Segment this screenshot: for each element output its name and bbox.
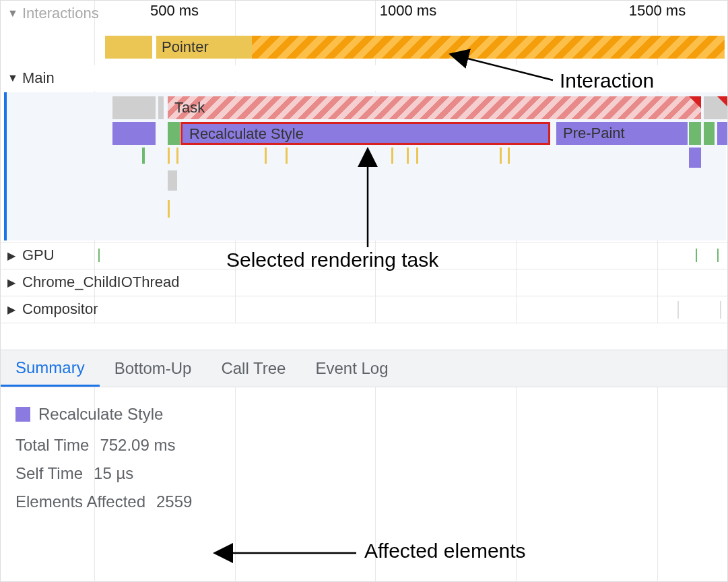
annotation-interaction: Interaction <box>560 69 654 92</box>
svg-line-0 <box>452 55 553 80</box>
devtools-performance-panel: 500 ms 1000 ms 1500 ms ▼ Interactions Po… <box>0 0 728 582</box>
annotation-selected-task: Selected rendering task <box>226 249 438 271</box>
annotation-affected-elements: Affected elements <box>364 540 526 562</box>
